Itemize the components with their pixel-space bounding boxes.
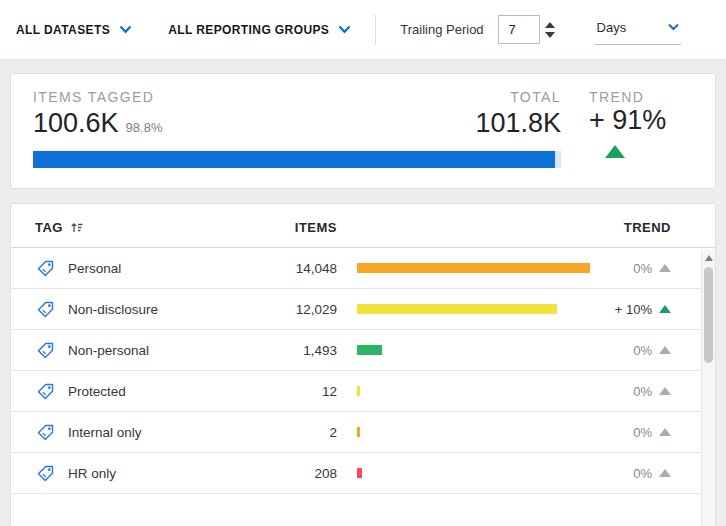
tag-column-header[interactable]: TAG: [35, 220, 229, 235]
all-reporting-groups-dropdown[interactable]: ALL REPORTING GROUPS: [168, 23, 351, 37]
items-bar-track: [357, 345, 590, 355]
items-count: 14,048: [229, 261, 337, 276]
chevron-down-icon: [338, 25, 351, 34]
tag-icon: [35, 258, 56, 279]
items-count: 2: [229, 425, 337, 440]
trend-triangle-icon: [659, 346, 671, 354]
items-bar: [357, 345, 382, 355]
tag-name: Non-personal: [68, 343, 149, 358]
trend-percent: + 10%: [615, 302, 652, 317]
tag-icon: [35, 299, 56, 320]
tag-icon: [35, 381, 56, 402]
summary-trend: TREND + 91%: [589, 89, 693, 168]
chevron-down-icon: [668, 23, 679, 31]
items-count: 12: [229, 384, 337, 399]
stepper-down-button[interactable]: [545, 32, 555, 38]
trend-triangle-icon: [659, 305, 671, 313]
progress-fill: [33, 151, 555, 168]
items-bar: [357, 304, 557, 314]
items-bar: [357, 427, 360, 437]
sort-ascending-icon: [70, 221, 83, 234]
items-tagged-label: ITEMS TAGGED: [33, 89, 154, 105]
total-label: TOTAL: [510, 89, 561, 105]
table-row[interactable]: Personal 14,048 0%: [11, 248, 715, 289]
items-bar-track: [357, 304, 590, 314]
total-value: 101.8K: [475, 108, 561, 139]
trailing-period-stepper[interactable]: 7: [498, 15, 555, 44]
items-column-header: ITEMS: [229, 220, 337, 235]
trend-triangle-icon: [659, 428, 671, 436]
table-row[interactable]: Internal only 2 0%: [11, 412, 715, 453]
tag-name: Personal: [68, 261, 121, 276]
table-header: TAG ITEMS TREND: [11, 204, 715, 248]
tag-cell: HR only: [35, 463, 229, 484]
table-row[interactable]: Protected 12 0%: [11, 371, 715, 412]
scroll-up-button[interactable]: [702, 250, 715, 265]
filter-toolbar: ALL DATASETS ALL REPORTING GROUPS Traili…: [0, 0, 726, 60]
items-bar: [357, 468, 362, 478]
trend-percent: 0%: [633, 466, 652, 481]
trend-cell: 0%: [633, 425, 671, 440]
tag-name: Internal only: [68, 425, 142, 440]
trend-triangle-icon: [659, 469, 671, 477]
trend-cell: 0%: [633, 261, 671, 276]
all-reporting-groups-label: ALL REPORTING GROUPS: [168, 23, 329, 37]
tag-cell: Non-disclosure: [35, 299, 229, 320]
items-count: 12,029: [229, 302, 337, 317]
all-datasets-label: ALL DATASETS: [16, 23, 110, 37]
trend-triangle-icon: [659, 264, 671, 272]
period-unit-value: Days: [597, 20, 627, 35]
tag-name: HR only: [68, 466, 116, 481]
tag-cell: Non-personal: [35, 340, 229, 361]
summary-main: ITEMS TAGGED TOTAL 100.6K98.8% 101.8K: [33, 89, 561, 168]
tag-name: Non-disclosure: [68, 302, 158, 317]
vertical-scrollbar[interactable]: [701, 250, 715, 526]
trend-value: + 91%: [589, 105, 693, 136]
tag-icon: [35, 340, 56, 361]
items-tagged-progress-bar: [33, 151, 561, 168]
tag-icon: [35, 422, 56, 443]
table-row[interactable]: Non-disclosure 12,029 + 10%: [11, 289, 715, 330]
tag-header-label: TAG: [35, 220, 63, 235]
trend-cell: 0%: [633, 384, 671, 399]
trend-cell: 0%: [633, 343, 671, 358]
items-tagged-summary-card: ITEMS TAGGED TOTAL 100.6K98.8% 101.8K TR…: [10, 73, 716, 189]
items-bar-track: [357, 386, 590, 396]
period-unit-select[interactable]: Days: [595, 15, 681, 45]
tag-cell: Internal only: [35, 422, 229, 443]
scroll-up-triangle-icon: [705, 255, 713, 261]
items-tagged-percent: 98.8%: [126, 120, 163, 135]
stepper-buttons: [545, 22, 555, 38]
tag-name: Protected: [68, 384, 126, 399]
trailing-period-label: Trailing Period: [400, 22, 483, 37]
trend-percent: 0%: [633, 384, 652, 399]
trend-percent: 0%: [633, 343, 652, 358]
items-bar-track: [357, 468, 590, 478]
items-tagged-value: 100.6K98.8%: [33, 108, 162, 139]
trend-cell: + 10%: [615, 302, 671, 317]
stepper-up-button[interactable]: [545, 22, 555, 28]
items-count: 208: [229, 466, 337, 481]
trend-percent: 0%: [633, 261, 652, 276]
items-bar: [357, 263, 590, 273]
table-row[interactable]: HR only 208 0%: [11, 453, 715, 494]
trailing-period-input[interactable]: 7: [498, 15, 540, 44]
trend-percent: 0%: [633, 425, 652, 440]
tag-cell: Personal: [35, 258, 229, 279]
tags-table-card: TAG ITEMS TREND Personal 14,048: [10, 203, 716, 526]
trend-column-header: TREND: [624, 220, 671, 235]
table-row[interactable]: Non-personal 1,493 0%: [11, 330, 715, 371]
trend-label: TREND: [589, 89, 693, 105]
trend-cell: 0%: [633, 466, 671, 481]
items-count: 1,493: [229, 343, 337, 358]
scrollbar-thumb[interactable]: [704, 267, 713, 363]
items-bar-track: [357, 427, 590, 437]
items-bar: [357, 386, 360, 396]
trend-triangle-icon: [659, 387, 671, 395]
all-datasets-dropdown[interactable]: ALL DATASETS: [16, 23, 132, 37]
table-body: Personal 14,048 0% Non-disclosure 12,029: [11, 248, 715, 494]
items-bar-track: [357, 263, 590, 273]
chevron-down-icon: [119, 25, 132, 34]
toolbar-divider: [375, 15, 376, 45]
tag-icon: [35, 463, 56, 484]
